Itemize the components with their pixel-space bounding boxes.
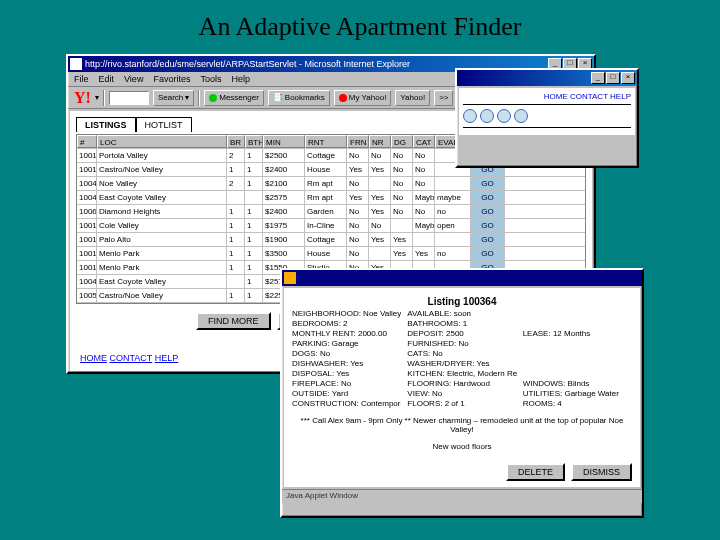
table-cell: 1 xyxy=(245,163,263,176)
go-link[interactable]: GO xyxy=(471,219,505,232)
table-cell: 1 xyxy=(245,205,263,218)
col-cat[interactable]: CAT xyxy=(413,135,435,148)
col-br[interactable]: BR xyxy=(227,135,245,148)
table-cell: 100471 xyxy=(77,177,97,190)
table-cell: 1 xyxy=(245,247,263,260)
detail-field xyxy=(523,369,632,378)
detail-field: PARKING: Garage xyxy=(292,339,401,348)
delete-button[interactable]: DELETE xyxy=(506,463,565,481)
go-link[interactable]: GO xyxy=(471,177,505,190)
detail-field: UTILITIES: Garbage Water xyxy=(523,389,632,398)
col-nr[interactable]: NR xyxy=(369,135,391,148)
table-cell: 1 xyxy=(227,205,245,218)
aux-close-button[interactable]: × xyxy=(621,72,635,84)
aux-max-button[interactable]: □ xyxy=(606,72,620,84)
chart-bubble-icon xyxy=(514,109,528,123)
col-loc[interactable]: LOC xyxy=(97,135,227,148)
table-cell: 100174 xyxy=(77,261,97,274)
table-cell: 100141 xyxy=(77,247,97,260)
footer-help-link[interactable]: HELP xyxy=(155,353,179,363)
table-cell xyxy=(435,177,471,190)
table-cell: Yes xyxy=(369,205,391,218)
menu-tools[interactable]: Tools xyxy=(200,74,221,84)
search-input[interactable] xyxy=(109,91,149,105)
table-row[interactable]: 100471Noe Valley21$2100Rm aptNoNoNoGO xyxy=(77,177,585,191)
table-row[interactable]: 100178Palo Alto11$1900CottageNoYesYesGO xyxy=(77,233,585,247)
table-cell: Castro/Noe Valley xyxy=(97,163,227,176)
col-frn[interactable]: FRN xyxy=(347,135,369,148)
dismiss-button[interactable]: DISMISS xyxy=(571,463,632,481)
col-num[interactable]: # xyxy=(77,135,97,148)
detail-body: Listing 100364 NEIGHBORHOOD: Noe ValleyA… xyxy=(284,288,640,487)
detail-field: CONSTRUCTION: Contemporary xyxy=(292,399,401,408)
go-link[interactable]: GO xyxy=(471,233,505,246)
detail-field xyxy=(523,339,632,348)
detail-field: ROOMS: 4 xyxy=(523,399,632,408)
footer-contact-link[interactable]: CONTACT xyxy=(110,353,153,363)
detail-field: WINDOWS: Blinds xyxy=(523,379,632,388)
col-bth[interactable]: BTH xyxy=(245,135,263,148)
table-cell: $1975 xyxy=(263,219,305,232)
detail-field xyxy=(523,349,632,358)
table-cell: No xyxy=(413,163,435,176)
table-cell: $2100 xyxy=(263,177,305,190)
table-cell: 1 xyxy=(245,275,263,288)
table-row[interactable]: 100653Diamond Heights11$2400GardenNoYesN… xyxy=(77,205,585,219)
table-cell: 100125 xyxy=(77,149,97,162)
search-button[interactable]: Search ▾ xyxy=(153,90,194,106)
table-cell: Yes xyxy=(369,191,391,204)
go-link[interactable]: GO xyxy=(471,205,505,218)
bookmarks-button[interactable]: 📑Bookmarks xyxy=(268,90,330,106)
toolbar-more-button[interactable]: >> xyxy=(434,90,453,106)
detail-field: NEIGHBORHOOD: Noe Valley xyxy=(292,309,401,318)
go-link[interactable]: GO xyxy=(471,247,505,260)
table-cell: 100482 xyxy=(77,275,97,288)
menu-help[interactable]: Help xyxy=(231,74,250,84)
tab-hotlist[interactable]: HOTLIST xyxy=(136,117,192,132)
table-cell: $2500 xyxy=(263,149,305,162)
table-cell xyxy=(227,191,245,204)
find-more-button[interactable]: FIND MORE xyxy=(196,312,271,330)
col-dg[interactable]: DG xyxy=(391,135,413,148)
menu-edit[interactable]: Edit xyxy=(99,74,115,84)
tab-listings[interactable]: LISTINGS xyxy=(76,117,136,132)
table-cell: Yes xyxy=(391,247,413,260)
detail-note-1: *** Call Alex 9am - 9pm Only ** Newer ch… xyxy=(292,416,632,434)
table-cell xyxy=(227,275,245,288)
table-cell: $2400 xyxy=(263,205,305,218)
detail-field: CATS: No xyxy=(407,349,516,358)
table-cell: 1 xyxy=(245,177,263,190)
table-cell: 100482 xyxy=(77,191,97,204)
go-link[interactable]: GO xyxy=(471,191,505,204)
menu-view[interactable]: View xyxy=(124,74,143,84)
detail-field xyxy=(523,309,632,318)
table-cell xyxy=(369,247,391,260)
table-cell: 1 xyxy=(245,261,263,274)
menu-favorites[interactable]: Favorites xyxy=(153,74,190,84)
table-cell: Rm apt xyxy=(305,191,347,204)
table-cell: Cottage xyxy=(305,149,347,162)
my-yahoo-button[interactable]: My Yahoo! xyxy=(334,90,392,106)
messenger-button[interactable]: Messenger xyxy=(204,90,264,106)
table-cell: Portola Valley xyxy=(97,149,227,162)
table-cell: Maybe xyxy=(413,191,435,204)
slide-title: An Adaptive Apartment Finder xyxy=(0,0,720,48)
footer-home-link[interactable]: HOME xyxy=(80,353,107,363)
col-min[interactable]: MIN xyxy=(263,135,305,148)
table-row[interactable]: 100141Menlo Park11$3500HouseNoYesYesnoGO xyxy=(77,247,585,261)
java-cup-icon xyxy=(284,272,296,284)
menu-file[interactable]: File xyxy=(74,74,89,84)
table-cell: Garden xyxy=(305,205,347,218)
table-cell: maybe xyxy=(435,191,471,204)
aux-window: _ □ × HOME CONTACT HELP xyxy=(455,68,639,168)
table-cell: House xyxy=(305,163,347,176)
yahoo-logo-icon: Y! xyxy=(74,89,91,107)
detail-field: OUTSIDE: Yard xyxy=(292,389,401,398)
yahoo-button[interactable]: Yahoo! xyxy=(395,90,430,106)
table-row[interactable]: 100482East Coyote Valley$2575Rm aptYesYe… xyxy=(77,191,585,205)
aux-min-button[interactable]: _ xyxy=(591,72,605,84)
table-cell: $2400 xyxy=(263,163,305,176)
col-rnt[interactable]: RNT xyxy=(305,135,347,148)
table-row[interactable]: 100173Cole Valley11$1975In-ClineNoNoMayb… xyxy=(77,219,585,233)
aux-header-links[interactable]: HOME CONTACT HELP xyxy=(463,92,631,101)
